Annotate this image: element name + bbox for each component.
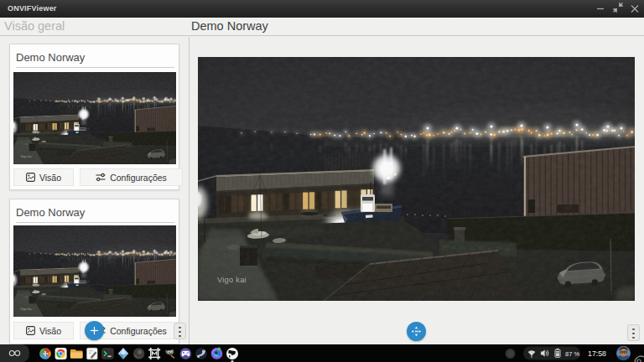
- svg-text:87 %: 87 %: [565, 350, 579, 358]
- svg-text:17:58: 17:58: [588, 349, 606, 358]
